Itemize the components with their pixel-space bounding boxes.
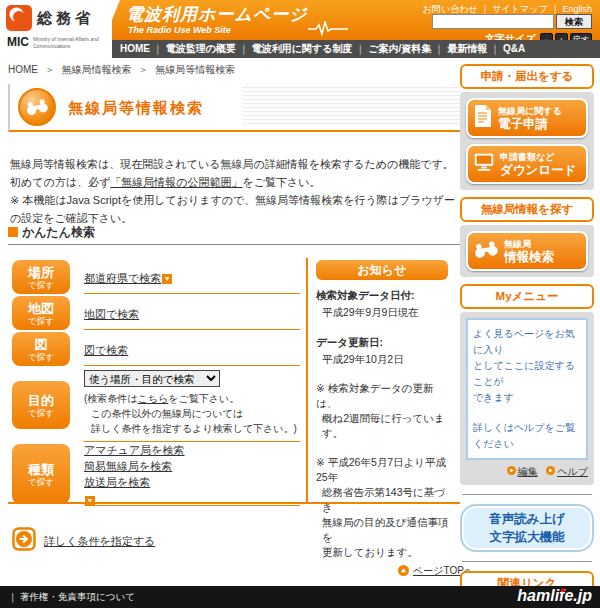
search-row-type: 種類 で探す アマチュア局を検索 簡易無線局を検索 放送局を検索▼ [12,444,300,506]
nav-qa[interactable]: Q&A [503,43,525,54]
button-label-large: 情報検索 [504,250,554,264]
site-subtitle: The Radio Use Web Site [128,25,231,35]
simple-search-heading: かんたん検索 [8,224,460,245]
notice-note-2: ※ 平成26年5月7日より平成25年 総務省告示第143号に基づき 無線局の目的… [316,455,454,560]
search-button[interactable]: 検索 [556,14,592,29]
header-search: 検索 [432,14,592,29]
note2-line1: ※ 平成26年5月7日より平成25年 [316,455,454,485]
site-title[interactable]: 電波利用ホームページ [126,3,308,26]
nav-radio-regulation[interactable]: 電波監理の概要 [166,43,236,54]
tab-label-sub: で探す [12,408,70,418]
voice-button-line2: 文字拡大機能 [462,528,592,546]
sidebar-heading-mymenu: Myメニュー [460,284,594,309]
global-nav: HOME｜電波監理の概要｜電波利用に関する制度｜ご案内/資料集｜最新情報｜Q&A [104,40,600,58]
breadcrumb-separator: ＞ [45,64,55,75]
mic-logo-area: 総務省 MIC Ministry of Internal Affairs and… [0,0,112,58]
tab-label-main: 種類 [12,462,70,477]
mymenu-edit-link[interactable]: 編集 [518,466,538,477]
dropdown-triangle-icon[interactable]: ▼ [85,496,95,506]
utility-separator: ｜ [551,4,560,14]
button-label-large: ダウンロード [500,163,576,177]
note1-line1: ※ 検索対象データの更新は、 [316,381,454,411]
footer: ｜ 著作権・免責事項について hamlife.jp [0,586,600,608]
type-tab-button[interactable]: 種類 で探す [12,444,70,504]
diagram-search-link[interactable]: 図で検索 [84,344,128,356]
diagram-tab-button[interactable]: 図 で探す [12,332,70,366]
amateur-station-search-link[interactable]: アマチュア局を検索 [84,442,300,458]
note-pre: (検索条件は [84,393,138,404]
detail-search-row: 詳しく条件を指定する [12,527,155,555]
e-application-button[interactable]: 無線局に関する 電子申請 [466,98,588,138]
sitemap-link[interactable]: サイトマップ [492,4,547,14]
mic-abbr: MIC [7,35,29,49]
map-search-link[interactable]: 地図で検索 [84,308,139,320]
note2-line2: 総務省告示第143号に基づき [316,485,454,515]
breadcrumb-radio-info-search[interactable]: 無線局情報検索 [62,64,132,75]
map-tab-button[interactable]: 地図 で探す [12,296,70,330]
nav-separator: ｜ [490,43,500,54]
purpose-tab-button[interactable]: 目的 で探す [12,381,70,429]
notice-heading: お知らせ [316,260,448,280]
notice-column: お知らせ 検索対象データ日付: 平成29年9月9日現在 データ更新日: 平成29… [316,260,454,560]
application-panel: 無線局に関する 電子申請 申請書類など ダウンロード [460,92,594,190]
english-link[interactable]: English [562,4,592,14]
intro-line2-post: をご覧下さい。 [243,176,321,188]
note-line2: この条件以外の無線局については [84,406,300,421]
search-row-map: 地図 で探す 地図で検索 [12,296,300,330]
title-banner: 無線局等情報検索 [8,84,460,132]
mymenu-description: よく見るページをお気に入り としてここに設定することが できます 詳しくはヘルプ… [466,318,588,460]
tab-label-main: 場所 [12,265,70,280]
data-date-value: 平成29年9月9日現在 [322,306,454,320]
update-date-label: データ更新日: [316,336,454,350]
voice-reading-button[interactable]: 音声読み上げ 文字拡大機能 [460,504,594,552]
simple-search-heading-label: かんたん検索 [22,225,95,239]
search-input[interactable] [432,14,554,29]
intro-line2-pre: 初めての方は、必ず [10,176,110,188]
search-conditions-link[interactable]: こちら [138,393,169,404]
detail-search-link[interactable]: 詳しく条件を指定する [44,534,155,549]
place-tab-button[interactable]: 場所 で探す [12,260,70,294]
simple-search-column: 場所 で探す 都道府県で検索▼ 地図 で探す 地図で検索 図 で探す 図で検索 [12,260,300,508]
simple-radio-search-link[interactable]: 簡易無線局を検索 [84,458,300,474]
nav-latest-info[interactable]: 最新情報 [447,43,487,54]
note-post: をご覧下さい。 [168,393,239,404]
ministry-name[interactable]: 総務省 [37,9,94,28]
disclosure-scope-link[interactable]: 「無線局情報の公開範囲」 [110,176,242,188]
search-row-diagram: 図 で探す 図で検索 [12,332,300,366]
footer-copyright: ｜ 著作権・免責事項について [8,591,135,604]
download-button[interactable]: 申請書類など ダウンロード [466,144,588,184]
search-row-place: 場所 で探す 都道府県で検索▼ [12,260,300,294]
page-title: 無線局等情報検索 [68,99,204,118]
button-label-small: 無線局に関する [498,106,562,117]
button-label-large: 電子申請 [498,117,562,131]
nav-radio-system[interactable]: 電波利用に関する制度 [252,43,353,54]
dropdown-triangle-icon[interactable]: ▼ [162,274,172,284]
nav-separator: ｜ [434,43,444,54]
nav-guide-materials[interactable]: ご案内/資料集 [368,43,431,54]
intro-line2: 初めての方は、必ず「無線局情報の公開範囲」をご覧下さい。 [10,173,458,191]
note1-line2: 概ね2週間毎に行っています。 [316,411,454,441]
copyright-disclaimer-link[interactable]: 著作権・免責事項について [20,591,135,602]
computer-icon [473,152,495,176]
play-bullet-icon [507,466,516,475]
data-date-label: 検索対象データ日付: [316,289,454,303]
purpose-select[interactable]: 使う場所・目的で検索 [84,370,220,387]
mymenu-panel: よく見るページをお気に入り としてここに設定することが できます 詳しくはヘルプ… [460,312,594,485]
broadcast-station-search-link[interactable]: 放送局を検索 [84,474,300,490]
binoculars-icon [473,241,499,262]
breadcrumb-current: 無線局等情報検索 [155,64,235,75]
ministry-english-name: Ministry of Internal Affairs and Communi… [33,36,109,50]
mymenu-help-link[interactable]: ヘルプ [557,466,588,477]
breadcrumb-home[interactable]: HOME [8,64,38,75]
nav-home[interactable]: HOME [120,43,150,54]
contact-link[interactable]: お問い合わせ [423,4,478,14]
sidebar-divider [462,494,592,495]
sidebar: 申請・届出をする 無線局に関する 電子申請 申請書類など ダウンロード [460,64,594,608]
mic-logo-icon[interactable] [6,5,32,31]
prefecture-search-link[interactable]: 都道府県で検索 [84,272,161,284]
sidebar-heading-application: 申請・届出をする [460,64,594,89]
tab-label-sub: で探す [12,316,70,326]
tab-label-main: 目的 [12,393,70,408]
header-banner: 電波利用ホームページ The Radio Use Web Site お問い合わせ… [104,0,600,40]
station-info-search-button[interactable]: 無線局 情報検索 [466,231,588,271]
